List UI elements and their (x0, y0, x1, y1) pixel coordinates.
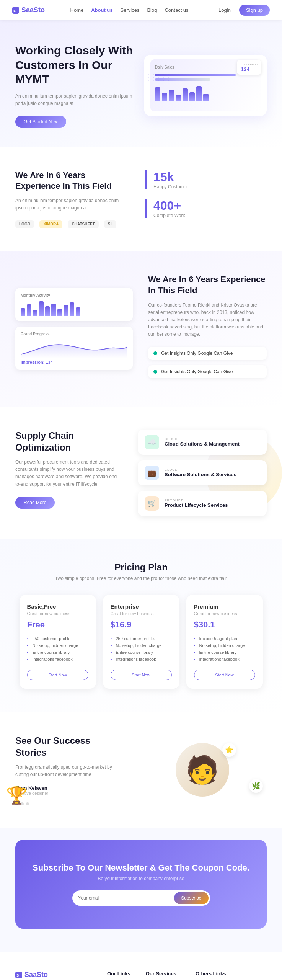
pricing-title: Pricing Plan (15, 562, 267, 573)
footer-logo: S SaaSto (15, 971, 92, 979)
newsletter-title: Subscribe To Our Newsletter & Get The Co… (31, 863, 251, 873)
features-text: We Are In 6 Years Experience In This Fie… (148, 274, 267, 383)
author-title: Creative designer (15, 791, 122, 795)
nav-services[interactable]: Services (121, 7, 140, 13)
trophy-icon: 🏆 (6, 786, 27, 805)
partner-2: CHATSHEET (68, 220, 98, 228)
pricing-cta-premium[interactable]: Start Now (194, 670, 255, 680)
supply-text: Supply Chain Optimization Our powerful p… (15, 430, 122, 509)
footer-top: S SaaSto Lorem Ipsum is simply dummy tex… (15, 971, 267, 980)
stat-complete-work: 400+ Complete Work (145, 199, 267, 218)
supply-icon-software: 💼 (145, 466, 159, 480)
pricing-features-enterprise: 250 customer profile. No setup, hidden c… (111, 635, 172, 663)
float-emoji-leaf: 🌿 (249, 779, 263, 793)
partner-0: LOGO (15, 220, 34, 228)
supply-icon-product: 🛒 (145, 496, 159, 511)
newsletter-form: Subscribe (72, 890, 210, 906)
author-name: Jhan Kelaven (15, 785, 122, 791)
bar-chart (21, 301, 127, 316)
pricing-card-basic: Basic,Free Great for new business Free 2… (20, 595, 96, 689)
signup-button[interactable]: Sign up (239, 5, 270, 16)
charts-column: Monthly Activity Grand Progress (15, 288, 133, 370)
hero-cta-button[interactable]: Get Started Now (15, 116, 66, 128)
experience-section: We Are In 6 Years Experience In This Fie… (0, 147, 282, 252)
stories-description: Frontegg dramatically sped our go-to-mar… (15, 764, 122, 778)
newsletter-email-input[interactable] (78, 892, 174, 904)
footer-brand: S SaaSto Lorem Ipsum is simply dummy tex… (15, 971, 92, 980)
svg-text:S: S (13, 8, 16, 12)
footer: S SaaSto Lorem Ipsum is simply dummy tex… (0, 952, 282, 980)
stories-section: 🏆 See Our Success Stories Frontegg drama… (0, 712, 282, 829)
newsletter-subscribe-button[interactable]: Subscribe (174, 892, 208, 904)
features-section: Monthly Activity Grand Progress (0, 251, 282, 406)
pricing-features-basic: 250 customer profile No setup, hidden ch… (27, 635, 88, 663)
footer-services-col: Our Services Web Development Web Solutio… (146, 971, 180, 980)
feature-dot-1 (153, 370, 157, 374)
monthly-activity-chart: Monthly Activity (15, 288, 133, 321)
hero-text: Working Closely With Customers In Our MY… (15, 43, 138, 128)
pricing-cards: Basic,Free Great for new business Free 2… (15, 595, 267, 689)
stats-column: 15k Happy Customer 400+ Complete Work (145, 170, 267, 218)
partner-3: SII (104, 220, 116, 228)
pricing-card-premium: Premium Great for new business $30.1 Inc… (186, 595, 263, 689)
feature-item-1: Get Insights Only Google Can Give (148, 365, 267, 378)
stories-title: See Our Success Stories (15, 735, 122, 758)
nav-contact[interactable]: Contact us (165, 7, 188, 13)
supply-cta-button[interactable]: Read More (15, 497, 55, 509)
nav-blog[interactable]: Blog (147, 7, 157, 13)
svg-text:S: S (16, 973, 19, 977)
pricing-cta-basic[interactable]: Start Now (27, 670, 88, 680)
pricing-section: Pricing Plan Two simple options, Free fo… (0, 539, 282, 712)
pricing-subtitle: Two simple options, Free for everyone an… (15, 576, 267, 581)
dashboard-label: Daily Sales (155, 65, 174, 69)
story-dots (15, 802, 122, 805)
footer-others-col: Others Links FAQ Portfolio Privacy Polic… (196, 971, 230, 980)
supply-card-1: 💼 Cloud Software Solutions & Services (138, 460, 267, 485)
login-button[interactable]: Login (214, 5, 235, 15)
hero-section: Working Closely With Customers In Our MY… (0, 20, 282, 147)
nav-home[interactable]: Home (70, 7, 84, 13)
supply-cards: ☁️ Cloud Cloud Solutions & Management 💼 … (138, 430, 267, 516)
supply-icon-cloud: ☁️ (145, 435, 159, 449)
hero-dashboard: Daily Sales 87+ Impression (144, 55, 267, 116)
supply-title: Supply Chain Optimization (15, 430, 122, 453)
hero-title: Working Closely With Customers In Our MY… (15, 43, 138, 87)
partner-1: XIMORA (39, 220, 62, 228)
feature-item-0: Get Insights Only Google Can Give (148, 347, 267, 360)
features-title: We Are In 6 Years Experience In This Fie… (148, 274, 267, 296)
partners-row: LOGO XIMORA CHATSHEET SII (15, 220, 130, 228)
stories-text: See Our Success Stories Frontegg dramati… (15, 735, 122, 806)
experience-description: An enim nullam tempor sapien gravida don… (15, 197, 130, 212)
nav-links: Home About us Services Blog Contact us (70, 7, 189, 13)
newsletter-wrapper: Subscribe To Our Newsletter & Get The Co… (0, 840, 282, 952)
nav-about[interactable]: About us (91, 7, 112, 13)
experience-title: We Are In 6 Years Experience In This Fie… (15, 170, 130, 192)
pricing-card-enterprise: Enterprise Great for new business $16.9 … (103, 595, 179, 689)
supply-card-2: 🛒 Product Product Lifecycle Services (138, 491, 267, 516)
avatar-image: 🧑 (176, 743, 229, 797)
pricing-features-premium: Include 5 agent plan No setup, hidden ch… (194, 635, 255, 663)
nav-actions: Login Sign up (214, 5, 270, 16)
stories-visual: ⭐ 🌿 🧑 (138, 743, 267, 797)
pricing-cta-enterprise[interactable]: Start Now (111, 670, 172, 680)
grand-progress-chart: Grand Progress Impression: 134 (15, 327, 133, 370)
newsletter-subtitle: Be your information to company enterpris… (31, 876, 251, 881)
stat-happy-customers: 15k Happy Customer (145, 170, 267, 189)
supply-section: Supply Chain Optimization Our powerful p… (0, 407, 282, 539)
float-emoji-star: ⭐ (222, 743, 236, 757)
nav-logo[interactable]: S SaaSto (12, 6, 45, 14)
newsletter-section: Subscribe To Our Newsletter & Get The Co… (15, 840, 267, 929)
footer-links-col: Our Links Home About us Services Team Bl… (107, 971, 130, 980)
hero-description: An enim nullam tempor sapien gravida don… (15, 93, 138, 107)
supply-description: Our powerful procurement tools and dedic… (15, 459, 122, 488)
supply-card-0: ☁️ Cloud Cloud Solutions & Management (138, 430, 267, 455)
feature-dot-0 (153, 351, 157, 355)
line-chart-visual (21, 339, 127, 358)
features-description: Our co-founders Tuomo Riekki and Kristo … (148, 302, 267, 338)
navbar: S SaaSto Home About us Services Blog Con… (0, 0, 282, 20)
